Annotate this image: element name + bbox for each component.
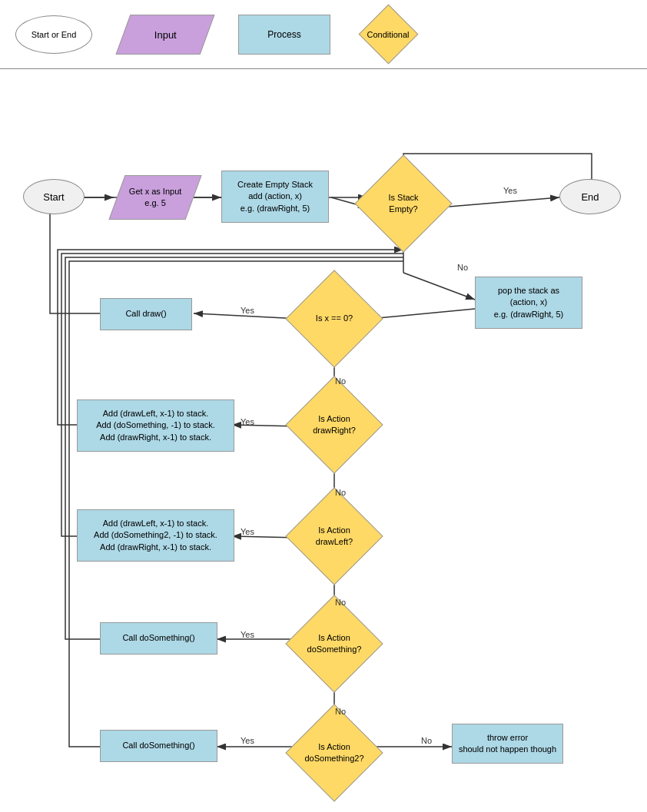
svg-line-7 (370, 309, 475, 319)
add-draw-right-node: Add (drawLeft, x-1) to stack.Add (doSome… (77, 399, 234, 452)
add-draw-left-node: Add (drawLeft, x-1) to stack.Add (doSome… (77, 509, 234, 562)
is-draw-left-node: Is ActiondrawLeft? (300, 502, 369, 571)
legend-rect: Process (238, 15, 330, 55)
create-stack-label: Create Empty Stackadd (action, x)e.g. (d… (237, 179, 313, 214)
legend-start-end: Start or End (15, 15, 92, 54)
pop-stack-node: pop the stack as(action, x)e.g. (drawRig… (475, 277, 582, 329)
is-draw-right-node: Is ActiondrawRight? (300, 390, 369, 459)
legend-diamond-wrap: Conditional (361, 8, 415, 61)
label-no-x-zero: No (335, 376, 346, 386)
legend-diamond-label: Conditional (367, 30, 409, 39)
legend-rect-label: Process (267, 29, 300, 40)
label-yes-do-something: Yes (241, 630, 254, 639)
start-node: Start (23, 179, 85, 214)
add-draw-left-label: Add (drawLeft, x-1) to stack.Add (doSome… (94, 518, 217, 553)
legend: Start or End Input Process Conditional (0, 0, 647, 69)
call-do-something-label: Call doSomething() (122, 632, 194, 644)
add-draw-right-label: Add (drawLeft, x-1) to stack.Add (doSome… (96, 408, 215, 443)
flowchart: Start Get x as Inpute.g. 5 Create Empty … (0, 69, 647, 807)
call-draw-label: Call draw() (125, 308, 166, 320)
is-do-something2-node: Is ActiondoSomething2? (300, 718, 369, 787)
call-do-something-node: Call doSomething() (100, 622, 217, 655)
call-do-something2-label: Call doSomething() (122, 740, 194, 751)
throw-error-node: throw errorshould not happen though (452, 724, 563, 764)
legend-parallelogram: Input (116, 15, 215, 55)
label-yes-draw-left: Yes (241, 527, 254, 536)
label-no-draw-left: No (335, 598, 346, 607)
is-do-something2-label: Is ActiondoSomething2? (303, 740, 365, 767)
is-do-something-node: Is ActiondoSomething? (300, 609, 369, 678)
is-do-something-label: Is ActiondoSomething? (306, 631, 363, 658)
call-draw-node: Call draw() (100, 298, 192, 330)
end-node: End (559, 179, 621, 214)
legend-oval-label: Start or End (32, 30, 77, 39)
legend-conditional: Conditional (361, 8, 415, 61)
get-input-label: Get x as Inpute.g. 5 (129, 186, 181, 210)
get-input-node: Get x as Inpute.g. 5 (108, 175, 201, 220)
svg-line-6 (403, 273, 475, 300)
is-draw-left-label: Is ActiondrawLeft? (314, 523, 354, 550)
legend-oval: Start or End (15, 15, 92, 54)
call-do-something2-node: Call doSomething() (100, 730, 217, 762)
start-label: Start (43, 191, 64, 203)
legend-parallelogram-label: Input (154, 28, 177, 40)
is-x-zero-label: Is x == 0? (314, 311, 354, 326)
is-draw-right-label: Is ActiondrawRight? (311, 412, 357, 439)
label-yes-draw-right: Yes (241, 417, 254, 426)
end-label: End (581, 191, 599, 203)
create-stack-node: Create Empty Stackadd (action, x)e.g. (d… (221, 171, 329, 223)
label-yes-do-something2: Yes (241, 736, 254, 745)
label-no-do-something: No (335, 707, 346, 716)
label-no-stack-empty: No (457, 263, 468, 272)
label-no-draw-right: No (335, 488, 346, 497)
legend-process: Process (238, 15, 330, 55)
is-stack-empty-node: Is StackEmpty? (369, 169, 438, 238)
label-yes-x-zero: Yes (241, 306, 254, 315)
svg-line-4 (440, 197, 559, 207)
pop-stack-label: pop the stack as(action, x)e.g. (drawRig… (494, 285, 563, 320)
is-x-zero-node: Is x == 0? (300, 284, 369, 353)
label-no-do-something2: No (421, 736, 432, 745)
throw-error-label: throw errorshould not happen though (459, 732, 556, 756)
legend-input: Input (123, 15, 207, 55)
label-yes-stack-empty: Yes (503, 186, 517, 195)
is-stack-empty-label: Is StackEmpty? (387, 191, 420, 217)
